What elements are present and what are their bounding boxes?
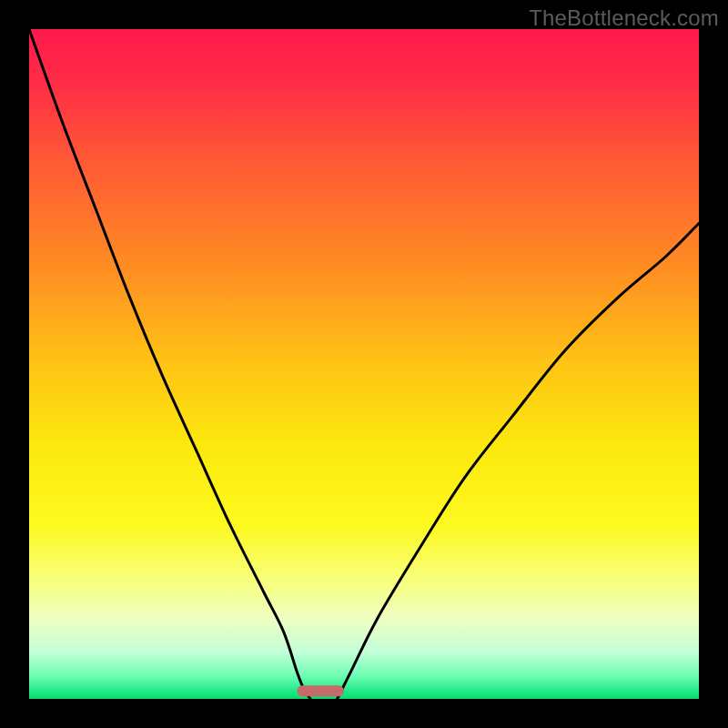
watermark-text: TheBottleneck.com xyxy=(529,5,719,31)
gradient-background xyxy=(29,29,699,699)
chart-svg xyxy=(29,29,699,699)
plot-area xyxy=(29,29,699,699)
bottleneck-marker xyxy=(297,685,344,696)
chart-frame: TheBottleneck.com xyxy=(0,0,728,728)
